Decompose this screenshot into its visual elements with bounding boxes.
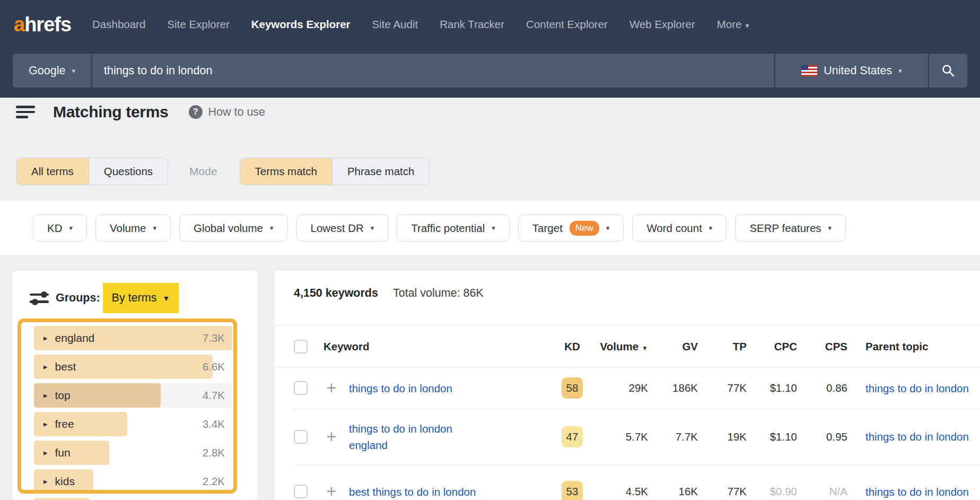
select-all-checkbox[interactable] — [294, 340, 308, 354]
nav-item-rank-tracker[interactable]: Rank Tracker — [440, 18, 504, 31]
row-checkbox[interactable] — [294, 381, 308, 395]
group-row-top[interactable]: ▸top 4.7K — [34, 383, 232, 408]
group-count: 7.3K — [203, 326, 225, 350]
cps-value: 0.86 — [797, 382, 847, 394]
expand-caret-icon[interactable]: ▸ — [43, 362, 48, 372]
chevron-down-icon: ▾ — [898, 67, 902, 75]
search-button[interactable] — [929, 54, 967, 88]
reports-menu-icon[interactable] — [16, 106, 35, 118]
chevron-down-icon: ▾ — [153, 224, 156, 232]
col-header-parent-topic[interactable]: Parent topic — [865, 340, 980, 353]
volume-value: 4.5K — [589, 485, 648, 498]
mode-label: Mode — [189, 165, 217, 178]
cps-value: N/A — [797, 485, 847, 498]
cpc-value: $1.10 — [747, 430, 797, 443]
row-checkbox[interactable] — [294, 430, 308, 444]
expand-caret-icon[interactable]: ▸ — [43, 391, 48, 400]
search-query-input[interactable]: things to do in london — [92, 54, 774, 88]
filter-word-count[interactable]: Word count▾ — [632, 214, 727, 242]
tab-terms-match[interactable]: Terms match — [240, 158, 332, 185]
keywords-table-panel: 4,150 keywords Total volume: 86K Keyword… — [275, 271, 980, 500]
add-to-list-icon[interactable]: + — [323, 381, 339, 395]
parent-topic-link[interactable]: things to do in london — [865, 428, 969, 445]
expand-caret-icon[interactable]: ▸ — [43, 477, 48, 486]
filter-buttons: KD▾ Volume▾ Global volume▾ Lowest DR▾ Tr… — [33, 214, 846, 242]
search-engine-select[interactable]: Google ▾ — [13, 54, 91, 88]
groups-panel: Groups: By terms ▼ ▸england 7.3K ▸best 6… — [13, 271, 257, 500]
groups-by-terms-select[interactable]: By terms ▼ — [103, 283, 179, 313]
nav-row: ahrefs Dashboard Site Explorer Keywords … — [0, 0, 980, 49]
group-count: 2.2K — [203, 469, 225, 494]
top-navbar: ahrefs Dashboard Site Explorer Keywords … — [0, 0, 980, 98]
report-header: Matching terms ? How to use — [16, 103, 265, 121]
group-row-best[interactable]: ▸best 6.6K — [34, 355, 232, 379]
chevron-down-icon: ▼ — [162, 294, 170, 303]
kd-badge: 53 — [562, 481, 583, 500]
col-header-cpc[interactable]: CPC — [747, 340, 797, 353]
tab-phrase-match[interactable]: Phrase match — [332, 158, 429, 185]
col-header-gv[interactable]: GV — [648, 340, 698, 353]
filter-lowest-dr[interactable]: Lowest DR▾ — [296, 214, 389, 242]
parent-topic-link[interactable]: things to do in london — [865, 380, 969, 396]
nav-item-keywords-explorer[interactable]: Keywords Explorer — [251, 18, 351, 31]
col-header-volume[interactable]: Volume▼ — [589, 340, 648, 353]
toggle-row: All terms Questions Mode Terms match Phr… — [16, 158, 430, 185]
group-bar — [34, 498, 90, 500]
group-count: 2.8K — [203, 441, 225, 465]
country-select[interactable]: United States ▾ — [775, 54, 928, 88]
nav-item-site-audit[interactable]: Site Audit — [372, 18, 418, 31]
expand-caret-icon[interactable]: ▸ — [43, 419, 48, 429]
keyword-link[interactable]: best things to do in london — [349, 484, 476, 500]
parent-topic-link[interactable]: things to do in london — [865, 484, 969, 500]
group-row-england[interactable]: ▸england 7.3K — [34, 326, 232, 350]
volume-value: 29K — [589, 382, 648, 394]
add-to-list-icon[interactable]: + — [323, 430, 339, 444]
filter-traffic-potential[interactable]: Traffic potential▾ — [397, 214, 510, 242]
ahrefs-logo[interactable]: ahrefs — [14, 13, 71, 36]
keyword-link[interactable]: things to do in london — [349, 380, 452, 396]
tab-all-terms[interactable]: All terms — [16, 158, 89, 185]
filter-target[interactable]: TargetNew▾ — [518, 214, 624, 242]
col-header-kd[interactable]: KD — [556, 340, 589, 353]
chevron-down-icon: ▾ — [709, 224, 713, 232]
nav-item-dashboard[interactable]: Dashboard — [92, 18, 145, 31]
kd-badge: 47 — [562, 426, 583, 447]
add-to-list-icon[interactable]: + — [323, 485, 339, 498]
groups-header: Groups: By terms ▼ — [30, 283, 179, 313]
nav-item-site-explorer[interactable]: Site Explorer — [167, 18, 229, 31]
group-row-kids[interactable]: ▸kids 2.2K — [34, 469, 232, 494]
how-to-use-link[interactable]: ? How to use — [189, 105, 266, 119]
expand-caret-icon[interactable]: ▸ — [43, 333, 48, 343]
volume-value: 5.7K — [589, 430, 648, 443]
nav-item-more[interactable]: More▾ — [717, 18, 749, 31]
group-row-fun[interactable]: ▸fun 2.8K — [34, 441, 232, 465]
table-row: + things to do in london england 47 5.7K… — [275, 408, 980, 465]
row-checkbox[interactable] — [294, 485, 308, 498]
filter-kd[interactable]: KD▾ — [33, 214, 87, 242]
nav-links: Dashboard Site Explorer Keywords Explore… — [92, 18, 749, 31]
nav-item-web-explorer[interactable]: Web Explorer — [629, 18, 695, 31]
cps-value: 0.95 — [797, 430, 847, 443]
sliders-icon[interactable] — [30, 291, 49, 306]
col-header-tp[interactable]: TP — [698, 340, 747, 353]
logo-a: a — [14, 13, 24, 36]
filter-serp-features[interactable]: SERP features▾ — [735, 214, 846, 242]
nav-item-content-explorer[interactable]: Content Explorer — [526, 18, 608, 31]
expand-caret-icon[interactable]: ▸ — [43, 448, 48, 458]
chevron-down-icon: ▾ — [745, 21, 749, 30]
groups-selected-value: By terms — [112, 291, 157, 305]
how-to-use-label: How to use — [208, 106, 266, 119]
search-engine-label: Google — [29, 64, 65, 77]
group-row-partial[interactable] — [34, 498, 232, 500]
search-query-value: things to do in london — [104, 64, 212, 77]
tab-questions[interactable]: Questions — [89, 158, 168, 185]
table-row: + things to do in london 58 29K 186K 77K… — [275, 368, 980, 408]
tp-value: 19K — [698, 430, 747, 443]
filter-volume[interactable]: Volume▾ — [95, 214, 171, 242]
group-row-free[interactable]: ▸free 3.4K — [34, 412, 232, 436]
table-summary: 4,150 keywords Total volume: 86K — [294, 287, 484, 300]
col-header-keyword[interactable]: Keyword — [323, 340, 556, 353]
filter-global-volume[interactable]: Global volume▾ — [179, 214, 288, 242]
col-header-cps[interactable]: CPS — [797, 340, 847, 353]
keyword-link[interactable]: things to do in london england — [349, 420, 493, 453]
